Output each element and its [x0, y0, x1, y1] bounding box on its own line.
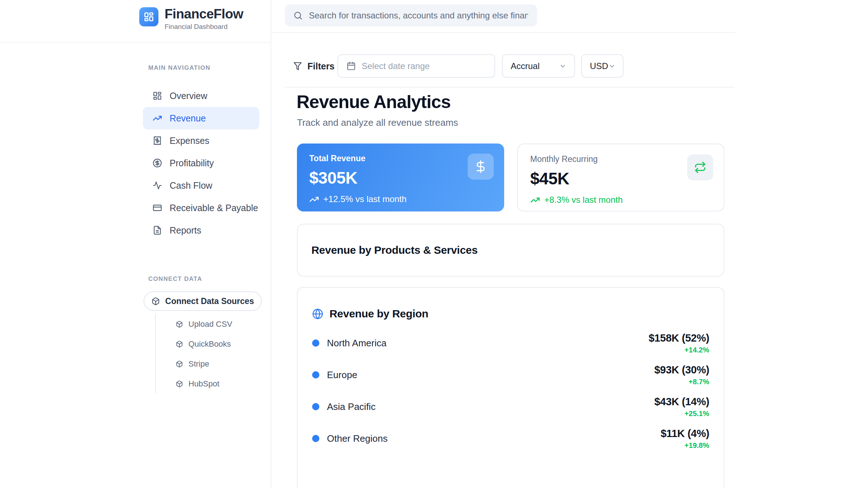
- region-label-group: North America: [312, 338, 387, 349]
- dashboard-grid-icon: [153, 91, 162, 100]
- accounting-basis-select[interactable]: Accrual: [502, 54, 575, 78]
- section-divider: [284, 87, 735, 87]
- connect-sources-list: Upload CSV QuickBooks St: [155, 314, 232, 394]
- file-text-icon: [153, 226, 162, 235]
- currency-select[interactable]: USD: [581, 54, 624, 78]
- region-row-north-america: North America $158K (52%) +14.2%: [312, 327, 709, 359]
- sidebar-item-profitability[interactable]: Profitability: [143, 152, 259, 174]
- monthly-recurring-card: Monthly Recurring $45K +8.3% vs last mon…: [517, 144, 724, 211]
- filters-button[interactable]: Filters: [293, 60, 335, 73]
- region-dot-icon: [312, 435, 319, 442]
- connect-item-stripe[interactable]: Stripe: [156, 354, 232, 374]
- stat-delta-text: +12.5% vs last month: [323, 194, 407, 204]
- region-row-asia-pacific: Asia Pacific $43K (14%) +25.1%: [312, 391, 709, 423]
- sidebar-item-label: Cash Flow: [170, 180, 212, 191]
- stat-delta-text: +8.3% vs last month: [544, 195, 623, 205]
- cube-icon: [176, 360, 183, 368]
- page-title: Revenue Analytics: [297, 91, 451, 112]
- sidebar: FinanceFlow Financial Dashboard MAIN NAV…: [0, 0, 271, 488]
- brand-text: FinanceFlow Financial Dashboard: [165, 7, 243, 31]
- main-content: Filters Select date range Accrual USD: [271, 0, 735, 488]
- region-delta: +19.8%: [661, 441, 709, 450]
- sidebar-item-reports[interactable]: Reports: [143, 219, 259, 241]
- region-value-group: $11K (4%) +19.8%: [661, 428, 709, 450]
- dashboard-grid-icon: [144, 12, 154, 22]
- region-label-group: Europe: [312, 369, 357, 381]
- region-value: $11K (4%): [661, 428, 709, 440]
- date-range-placeholder: Select date range: [362, 61, 430, 71]
- region-value: $43K (14%): [654, 396, 709, 408]
- cube-icon: [176, 321, 183, 328]
- filters-label: Filters: [307, 61, 335, 72]
- connect-item-upload-csv[interactable]: Upload CSV: [156, 314, 232, 334]
- connect-data-sources-button[interactable]: Connect Data Sources: [144, 291, 262, 311]
- sidebar-item-revenue[interactable]: Revenue: [143, 107, 259, 129]
- stat-card-icon-badge: [468, 154, 494, 180]
- globe-icon: [312, 308, 323, 320]
- region-dot-icon: [312, 339, 319, 347]
- search-input[interactable]: [308, 10, 529, 21]
- brand: FinanceFlow Financial Dashboard: [139, 7, 243, 31]
- region-delta: +25.1%: [654, 410, 709, 418]
- region-value-group: $93K (30%) +8.7%: [654, 364, 709, 386]
- sidebar-item-label: Overview: [170, 91, 207, 101]
- activity-pulse-icon: [153, 181, 162, 190]
- sidebar-item-label: Reports: [170, 225, 201, 236]
- trending-up-icon: [153, 114, 162, 123]
- cube-icon: [176, 380, 183, 388]
- sidebar-item-expenses[interactable]: Expenses: [143, 129, 259, 152]
- region-row-other-regions: Other Regions $11K (4%) +19.8%: [312, 423, 709, 454]
- chevron-down-icon: [559, 63, 566, 70]
- accounting-basis-value: Accrual: [511, 61, 540, 71]
- region-name: North America: [327, 338, 387, 349]
- stat-card-value: $305K: [309, 168, 492, 188]
- connect-item-hubspot[interactable]: HubSpot: [156, 374, 232, 394]
- sidebar-item-label: Revenue: [170, 113, 206, 124]
- credit-card-icon: [153, 203, 162, 213]
- stat-card-delta: +8.3% vs last month: [530, 195, 711, 205]
- connect-item-label: Stripe: [188, 359, 209, 369]
- revenue-by-products-card: Revenue by Products & Services: [297, 224, 724, 277]
- stat-card-label: Total Revenue: [309, 154, 492, 163]
- page-subtitle: Track and analyze all revenue streams: [297, 117, 458, 128]
- trending-up-icon: [309, 194, 319, 204]
- region-dot-icon: [312, 371, 319, 378]
- nav-section-connect-label: CONNECT DATA: [148, 275, 202, 283]
- connect-item-label: HubSpot: [188, 379, 220, 389]
- cube-icon: [176, 341, 183, 348]
- nav-section-main-label: MAIN NAVIGATION: [148, 64, 210, 72]
- region-name: Europe: [327, 369, 357, 381]
- region-value: $158K (52%): [648, 332, 709, 344]
- sidebar-item-label: Receivable & Payable: [170, 203, 258, 213]
- app-logo: [139, 7, 158, 26]
- connect-button-label: Connect Data Sources: [165, 296, 254, 306]
- receipt-icon: [153, 136, 162, 145]
- connect-item-label: QuickBooks: [188, 339, 231, 349]
- regions-list: North America $158K (52%) +14.2% Europe …: [312, 327, 709, 454]
- app-window: FinanceFlow Financial Dashboard MAIN NAV…: [0, 0, 868, 488]
- regions-card-header: Revenue by Region: [312, 308, 709, 320]
- region-dot-icon: [312, 403, 319, 410]
- sidebar-header: FinanceFlow Financial Dashboard: [0, 0, 271, 43]
- stat-card-icon-badge: [687, 154, 713, 180]
- stat-card-label: Monthly Recurring: [530, 154, 711, 164]
- region-label-group: Asia Pacific: [312, 401, 375, 412]
- region-delta: +14.2%: [648, 346, 709, 354]
- connect-item-quickbooks[interactable]: QuickBooks: [156, 334, 232, 354]
- chevron-down-icon: [608, 63, 616, 70]
- top-bar: [271, 0, 735, 33]
- sidebar-item-label: Profitability: [170, 158, 214, 168]
- total-revenue-card: Total Revenue $305K +12.5% vs last month: [297, 144, 504, 211]
- search-icon: [293, 11, 303, 20]
- dollar-sign-icon: [474, 160, 488, 174]
- global-search: [285, 4, 537, 26]
- sidebar-item-overview[interactable]: Overview: [143, 85, 259, 107]
- sidebar-item-receivable-payable[interactable]: Receivable & Payable: [143, 197, 259, 219]
- stat-card-delta: +12.5% vs last month: [309, 194, 492, 204]
- region-value-group: $43K (14%) +25.1%: [654, 396, 709, 418]
- date-range-input[interactable]: Select date range: [337, 54, 495, 78]
- calendar-icon: [346, 61, 356, 71]
- stat-card-value: $45K: [530, 169, 711, 188]
- sidebar-item-cash-flow[interactable]: Cash Flow: [143, 174, 259, 197]
- repeat-icon: [694, 161, 706, 174]
